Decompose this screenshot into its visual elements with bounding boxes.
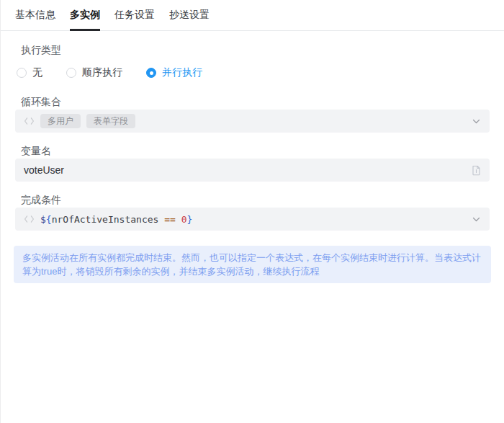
code-token: nrOfActiveInstances [52, 214, 159, 225]
radio-icon [66, 68, 76, 78]
code-token: == [158, 214, 181, 225]
code-icon [24, 117, 35, 125]
tab-task-settings[interactable]: 任务设置 [114, 0, 155, 30]
completion-condition-expression: ${nrOfActiveInstances == 0} [40, 214, 192, 225]
code-token: { [46, 214, 52, 225]
tag-multi-user: 多用户 [40, 114, 81, 128]
tab-basic-info[interactable]: 基本信息 [15, 0, 55, 30]
multi-instance-info-note: 多实例活动在所有实例都完成时结束。然而，也可以指定一个表达式，在每个实例结束时进… [14, 246, 491, 283]
loop-collection-label: 循环集合 [15, 95, 490, 108]
tab-bar: 基本信息 多实例 任务设置 抄送设置 [1, 0, 504, 31]
completion-condition-label: 完成条件 [15, 193, 490, 206]
radio-none-label: 无 [32, 66, 42, 79]
variable-name-value: voteUser [24, 164, 64, 176]
settings-panel: 基本信息 多实例 任务设置 抄送设置 执行类型 无 顺序执行 并行执行 循环集合 [0, 0, 504, 423]
tab-multi-instance[interactable]: 多实例 [70, 0, 100, 30]
tab-cc-settings[interactable]: 抄送设置 [169, 0, 210, 30]
radio-sequential-label: 顺序执行 [82, 66, 122, 79]
loop-collection-select[interactable]: 多用户 表单字段 [15, 110, 490, 133]
code-icon [24, 215, 35, 223]
tab-content: 执行类型 无 顺序执行 并行执行 循环集合 多用户 表单字段 [1, 43, 504, 283]
radio-none[interactable]: 无 [17, 66, 42, 79]
chevron-down-icon[interactable] [472, 215, 481, 224]
radio-icon [17, 68, 27, 78]
execution-type-radio-group: 无 顺序执行 并行执行 [15, 66, 490, 80]
radio-parallel-label: 并行执行 [162, 66, 202, 79]
code-token: $ [40, 214, 46, 225]
variable-name-input[interactable]: voteUser [15, 159, 490, 182]
code-token: } [187, 214, 193, 225]
document-icon[interactable] [472, 165, 481, 176]
radio-sequential[interactable]: 顺序执行 [66, 66, 122, 79]
code-token: 0 [181, 214, 187, 225]
tag-form-field: 表单字段 [86, 114, 135, 128]
execution-type-label: 执行类型 [15, 43, 490, 56]
variable-name-label: 变量名 [15, 144, 490, 157]
completion-condition-select[interactable]: ${nrOfActiveInstances == 0} [15, 208, 490, 231]
radio-checked-icon [146, 68, 156, 78]
chevron-down-icon[interactable] [472, 117, 481, 126]
radio-parallel[interactable]: 并行执行 [146, 66, 202, 79]
